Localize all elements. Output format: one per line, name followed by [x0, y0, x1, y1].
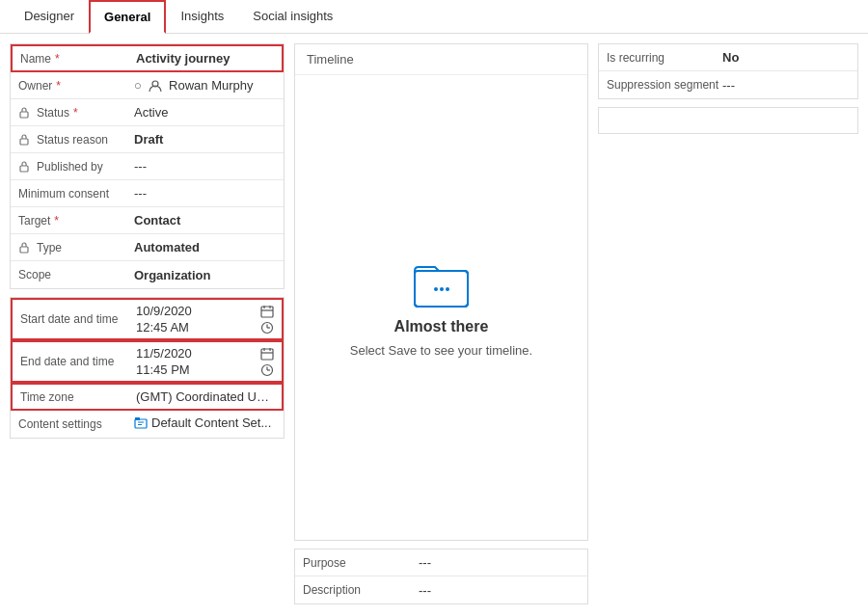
- owner-label: Owner *: [18, 79, 134, 93]
- published-by-row: Published by ---: [11, 153, 284, 180]
- svg-rect-1: [20, 112, 28, 118]
- tab-insights[interactable]: Insights: [166, 0, 238, 34]
- end-time-clock-icon[interactable]: [260, 363, 274, 377]
- middle-panel: Timeline Almost there Select Save to see…: [294, 43, 588, 604]
- content-settings-label: Content settings: [18, 417, 134, 431]
- status-reason-label: Status reason: [18, 133, 134, 147]
- content-settings-row: Content settings Default Content Set...: [11, 411, 284, 438]
- end-datetime-label: End date and time: [20, 355, 136, 368]
- owner-required: *: [56, 79, 61, 93]
- end-datetime-row: End date and time 11/5/2020 11:45 PM: [11, 340, 284, 383]
- svg-point-25: [440, 287, 444, 291]
- owner-value: ○ Rowan Murphy: [134, 78, 276, 94]
- published-by-value: ---: [134, 159, 276, 174]
- timeline-almost-there-title: Almost there: [394, 318, 489, 335]
- svg-rect-22: [135, 417, 140, 420]
- status-value[interactable]: Active: [134, 105, 276, 120]
- content-settings-link[interactable]: Default Content Set...: [151, 415, 271, 430]
- is-recurring-row: Is recurring No: [599, 44, 857, 71]
- content-area: Name * Activity journey Owner * ○ Row: [0, 34, 868, 614]
- start-date-calendar-icon[interactable]: [260, 305, 274, 318]
- right-button-placeholder[interactable]: [598, 107, 858, 134]
- min-consent-label: Minimum consent: [18, 187, 134, 201]
- timeline-card: Timeline Almost there Select Save to see…: [294, 43, 588, 541]
- suppression-segment-value: ---: [722, 78, 850, 93]
- svg-point-26: [446, 287, 449, 291]
- svg-rect-2: [20, 139, 28, 145]
- scope-value: Organization: [134, 268, 276, 282]
- target-label: Target *: [18, 214, 134, 228]
- target-row: Target * Contact: [11, 207, 284, 234]
- left-panel: Name * Activity journey Owner * ○ Row: [10, 43, 285, 604]
- almost-there-folder-icon: [410, 257, 473, 310]
- name-label: Name *: [20, 52, 136, 66]
- start-time-value[interactable]: 12:45 AM: [136, 320, 189, 335]
- status-required: *: [73, 106, 78, 120]
- purpose-row: Purpose ---: [295, 549, 587, 576]
- scope-label: Scope: [18, 268, 134, 281]
- type-lock-icon: [18, 241, 30, 254]
- published-by-label: Published by: [18, 160, 134, 174]
- status-label: Status *: [18, 106, 134, 120]
- target-required: *: [54, 214, 59, 228]
- timeline-header: Timeline: [295, 44, 587, 75]
- start-date-value[interactable]: 10/9/2020: [136, 304, 192, 318]
- end-date-calendar-icon[interactable]: [260, 347, 274, 361]
- datetime-card: Start date and time 10/9/2020 12:45 AM: [10, 297, 285, 439]
- status-reason-row: Status reason Draft: [11, 126, 284, 153]
- published-by-lock-icon: [18, 160, 30, 173]
- content-settings-icon: [134, 416, 148, 430]
- start-datetime-row: Start date and time 10/9/2020 12:45 AM: [11, 298, 284, 340]
- description-label: Description: [303, 583, 419, 597]
- name-value[interactable]: Activity journey: [136, 51, 274, 66]
- svg-rect-12: [261, 349, 273, 360]
- owner-name[interactable]: Rowan Murphy: [169, 78, 253, 93]
- timezone-row: Time zone (GMT) Coordinated Unive: [11, 383, 284, 411]
- name-required: *: [55, 52, 60, 66]
- owner-row: Owner * ○ Rowan Murphy: [11, 72, 284, 99]
- timezone-label: Time zone: [20, 390, 136, 404]
- is-recurring-value[interactable]: No: [722, 50, 850, 65]
- timeline-content: Almost there Select Save to see your tim…: [350, 75, 532, 540]
- suppression-segment-label: Suppression segment: [607, 78, 722, 92]
- content-settings-value: Default Content Set...: [134, 415, 276, 433]
- description-value[interactable]: ---: [419, 583, 580, 598]
- purpose-value[interactable]: ---: [419, 555, 580, 570]
- svg-rect-19: [135, 419, 147, 428]
- start-datetime-label: Start date and time: [20, 312, 136, 326]
- suppression-segment-row: Suppression segment ---: [599, 71, 857, 98]
- is-recurring-label: Is recurring: [607, 51, 722, 65]
- tab-social-insights[interactable]: Social insights: [238, 0, 347, 34]
- owner-user-icon: [149, 79, 162, 93]
- tab-bar: Designer General Insights Social insight…: [0, 0, 868, 34]
- min-consent-value: ---: [134, 186, 276, 201]
- owner-circle-icon: ○: [134, 78, 142, 93]
- svg-point-24: [434, 287, 438, 291]
- main-fields-card: Name * Activity journey Owner * ○ Row: [10, 43, 285, 289]
- status-reason-lock-icon: [18, 133, 30, 146]
- status-reason-value[interactable]: Draft: [134, 132, 276, 147]
- info-card: Is recurring No Suppression segment ---: [598, 43, 858, 99]
- tab-general[interactable]: General: [89, 0, 166, 34]
- svg-rect-4: [20, 247, 28, 253]
- start-time-clock-icon[interactable]: [260, 321, 274, 335]
- end-time-value[interactable]: 11:45 PM: [136, 362, 190, 377]
- description-row: Description ---: [295, 576, 587, 603]
- right-panel: Is recurring No Suppression segment ---: [598, 43, 858, 604]
- svg-rect-3: [20, 166, 28, 172]
- svg-rect-5: [261, 307, 273, 317]
- timeline-subtitle: Select Save to see your timeline.: [350, 343, 532, 358]
- tab-designer[interactable]: Designer: [10, 0, 89, 34]
- status-lock-icon: [18, 106, 30, 119]
- target-value[interactable]: Contact: [134, 213, 276, 228]
- type-label: Type: [18, 241, 134, 254]
- purpose-label: Purpose: [303, 556, 419, 570]
- scope-row: Scope Organization: [11, 261, 284, 288]
- name-row: Name * Activity journey: [11, 44, 284, 72]
- end-date-value[interactable]: 11/5/2020: [136, 346, 192, 361]
- min-consent-row: Minimum consent ---: [11, 180, 284, 207]
- purpose-card: Purpose --- Description ---: [294, 549, 588, 604]
- timezone-value[interactable]: (GMT) Coordinated Unive: [136, 389, 271, 404]
- type-row: Type Automated: [11, 234, 284, 261]
- status-row: Status * Active: [11, 99, 284, 126]
